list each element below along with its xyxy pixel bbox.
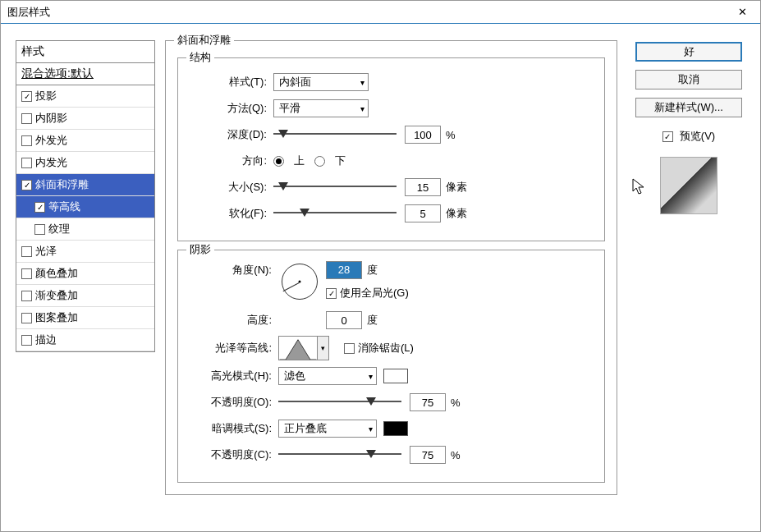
style-item-gradient-overlay[interactable]: 渐变叠加 [16, 285, 154, 307]
style-label: 图案叠加 [35, 310, 78, 325]
checkbox-icon[interactable]: ✓ [34, 202, 45, 213]
styles-header[interactable]: 样式 [16, 41, 154, 63]
checkbox-icon[interactable] [21, 135, 32, 146]
depth-slider[interactable] [273, 127, 397, 142]
settings-panel: 斜面和浮雕 结构 样式(T): 内斜面▾ 方法(Q): 平滑▾ 深度(D): [165, 40, 617, 531]
shadow-opacity-unit: % [451, 449, 461, 461]
structure-group: 结构 样式(T): 内斜面▾ 方法(Q): 平滑▾ 深度(D): % [177, 57, 605, 241]
soften-slider[interactable] [273, 206, 397, 221]
preview-label: 预览(V) [680, 129, 715, 144]
window-title: 图层样式 [7, 5, 50, 20]
cancel-button[interactable]: 取消 [635, 70, 742, 89]
close-icon: ✕ [738, 6, 747, 18]
preview-thumbnail [660, 157, 717, 214]
depth-input[interactable] [405, 126, 441, 144]
chevron-down-icon: ▾ [369, 424, 373, 433]
angle-dial[interactable] [282, 264, 318, 300]
shadow-mode-label: 暗调模式(S): [190, 421, 278, 436]
style-item-outer-glow[interactable]: 外发光 [16, 130, 154, 152]
size-slider[interactable] [273, 180, 397, 195]
gloss-contour-dropdown[interactable]: ▾ [318, 336, 329, 360]
checkbox-icon[interactable] [21, 158, 32, 168]
technique-select[interactable]: 平滑▾ [273, 99, 369, 117]
checkbox-icon[interactable] [21, 246, 32, 257]
shadow-opacity-input[interactable] [410, 446, 446, 464]
style-label: 颜色叠加 [35, 266, 78, 281]
highlight-mode-label: 高光模式(H): [190, 369, 278, 383]
shadow-color-swatch[interactable] [383, 421, 408, 436]
style-item-contour[interactable]: ✓等高线 [16, 196, 154, 218]
style-label: 内阴影 [35, 111, 67, 126]
checkbox-icon[interactable] [21, 335, 32, 346]
altitude-input[interactable] [326, 311, 362, 329]
size-input[interactable] [405, 178, 441, 196]
global-light-label: 使用全局光(G) [340, 286, 409, 300]
style-item-inner-shadow[interactable]: 内阴影 [16, 108, 154, 130]
structure-legend: 结构 [186, 50, 214, 65]
angle-unit: 度 [367, 263, 378, 277]
checkbox-icon[interactable]: ✓ [21, 91, 32, 102]
soften-unit: 像素 [446, 206, 467, 221]
depth-label: 深度(D): [190, 127, 273, 142]
anti-alias-checkbox[interactable] [344, 343, 355, 354]
style-item-texture[interactable]: 纹理 [16, 218, 154, 241]
highlight-mode-select[interactable]: 滤色▾ [278, 367, 377, 385]
layer-style-dialog: 图层样式 ✕ 样式 混合选项:默认 ✓投影 内阴影 外发光 内发光 ✓斜面和浮雕… [0, 0, 761, 532]
size-unit: 像素 [446, 180, 467, 195]
style-item-color-overlay[interactable]: 颜色叠加 [16, 263, 154, 285]
style-item-stroke[interactable]: 描边 [16, 329, 154, 351]
style-label: 等高线 [48, 200, 80, 214]
size-label: 大小(S): [190, 180, 273, 195]
angle-input[interactable]: 28 [326, 261, 362, 279]
style-label: 斜面和浮雕 [35, 177, 89, 192]
checkbox-icon[interactable] [21, 313, 32, 323]
ok-button[interactable]: 好 [635, 42, 742, 62]
highlight-opacity-input[interactable] [410, 393, 446, 411]
direction-label: 方向: [190, 154, 273, 168]
chevron-down-icon: ▾ [360, 78, 364, 87]
preview-checkbox[interactable]: ✓ [662, 131, 673, 142]
select-value: 平滑 [279, 101, 300, 116]
bevel-group: 斜面和浮雕 结构 样式(T): 内斜面▾ 方法(Q): 平滑▾ 深度(D): [165, 40, 617, 495]
depth-unit: % [446, 129, 456, 141]
new-style-button[interactable]: 新建样式(W)... [635, 98, 742, 117]
shadow-opacity-slider[interactable] [278, 447, 401, 462]
checkbox-icon[interactable] [21, 113, 32, 124]
cursor-icon [632, 178, 647, 196]
shadow-group: 阴影 角度(N): 28 度 ✓ 使用全局光(G) [177, 250, 605, 483]
highlight-color-swatch[interactable] [383, 369, 408, 383]
altitude-label: 高度: [190, 313, 278, 328]
chevron-down-icon: ▾ [369, 372, 373, 381]
checkbox-icon[interactable] [21, 268, 32, 279]
chevron-down-icon: ▾ [360, 104, 364, 113]
checkbox-icon[interactable] [21, 291, 32, 301]
direction-down-radio[interactable] [314, 156, 325, 167]
highlight-opacity-unit: % [451, 397, 461, 409]
direction-down-label: 下 [335, 154, 346, 168]
checkbox-icon[interactable] [34, 224, 45, 235]
bevel-legend: 斜面和浮雕 [174, 33, 234, 48]
style-label: 内发光 [35, 155, 67, 170]
soften-input[interactable] [405, 204, 441, 222]
gloss-contour-picker[interactable] [278, 336, 318, 360]
style-item-bevel-emboss[interactable]: ✓斜面和浮雕 [16, 174, 154, 196]
close-button[interactable]: ✕ [726, 2, 759, 23]
highlight-opacity-slider[interactable] [278, 395, 401, 410]
select-value: 滤色 [284, 369, 305, 383]
global-light-checkbox[interactable]: ✓ [326, 288, 337, 299]
checkbox-icon[interactable]: ✓ [21, 180, 32, 190]
style-item-inner-glow[interactable]: 内发光 [16, 152, 154, 174]
gloss-contour-label: 光泽等高线: [190, 341, 278, 355]
shadow-mode-select[interactable]: 正片叠底▾ [278, 420, 377, 438]
style-item-satin[interactable]: 光泽 [16, 241, 154, 263]
style-select[interactable]: 内斜面▾ [273, 73, 369, 91]
anti-alias-label: 消除锯齿(L) [358, 341, 414, 355]
direction-up-label: 上 [294, 154, 305, 168]
blend-options-header[interactable]: 混合选项:默认 [16, 63, 154, 85]
style-label: 光泽 [35, 244, 57, 259]
direction-up-radio[interactable] [273, 156, 284, 167]
style-item-drop-shadow[interactable]: ✓投影 [16, 85, 154, 108]
style-label: 投影 [35, 89, 57, 103]
style-item-pattern-overlay[interactable]: 图案叠加 [16, 307, 154, 329]
dialog-body: 样式 混合选项:默认 ✓投影 内阴影 外发光 内发光 ✓斜面和浮雕 ✓等高线 纹… [1, 24, 760, 531]
